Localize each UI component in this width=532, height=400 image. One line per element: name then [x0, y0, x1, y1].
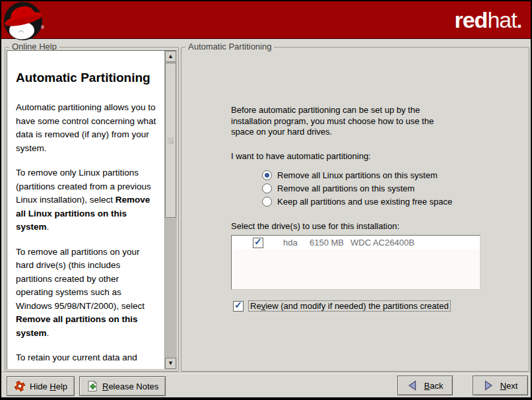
radio-label: Remove all partitions on this system	[277, 183, 415, 193]
review-checkbox-icon[interactable]	[233, 301, 244, 312]
scroll-up-arrow-icon[interactable]: ▲	[165, 51, 176, 62]
hide-help-label: Hide Help	[30, 382, 67, 391]
hide-help-button[interactable]: Hide Help	[7, 376, 75, 396]
intro-text: Before automatic partitioning can be set…	[231, 105, 455, 138]
scroll-down-arrow-icon[interactable]: ▼	[165, 358, 176, 369]
radio-remove-linux-partitions[interactable]: Remove all Linux partitions on this syst…	[262, 169, 438, 181]
wordmark-dot: .	[517, 10, 521, 32]
drive-size: 6150 MB	[310, 238, 350, 248]
review-partitions-checkbox-row[interactable]: Review (and modify if needed) the partit…	[233, 300, 451, 312]
scrollbar-grip-icon	[168, 137, 174, 144]
help-viewport: Automatic Partitioning Automatic partiti…	[7, 50, 177, 370]
release-notes-button[interactable]: Release Notes	[79, 376, 166, 396]
help-paragraph-3-text: To remove all partitions on your hard dr…	[16, 247, 145, 311]
radio-button-icon[interactable]	[262, 183, 272, 193]
help-paragraph-2: To remove only Linux partitions (partiti…	[16, 166, 158, 234]
scrollbar-thumb[interactable]	[165, 63, 176, 218]
arrow-left-icon	[407, 380, 418, 391]
help-scrollbar[interactable]: ▲ ▼	[164, 51, 176, 369]
automatic-partitioning-frame: Automatic Partitioning Before automatic …	[181, 47, 529, 372]
window-body: ® redhat. Online Help Automatic Partitio…	[1, 1, 531, 397]
next-post: ext	[506, 381, 517, 391]
next-mnemonic: N	[500, 381, 506, 391]
release-notes-icon	[86, 380, 98, 392]
review-label-pre: Re	[250, 301, 261, 311]
lifebuoy-help-icon	[14, 380, 26, 392]
drive-device: hda	[283, 238, 310, 248]
back-label: Back	[424, 381, 444, 391]
svg-text:®: ®	[41, 25, 45, 30]
drive-model: WDC AC26400B	[350, 238, 415, 248]
radio-keep-all-partitions[interactable]: Keep all partitions and use existing fre…	[262, 195, 452, 207]
release-notes-post: elease Notes	[108, 382, 158, 391]
hide-help-pre: Hide	[30, 382, 50, 391]
online-help-frame: Online Help Automatic Partitioning Autom…	[5, 47, 179, 372]
back-button[interactable]: Back	[397, 376, 453, 395]
redhat-banner	[1, 1, 531, 39]
installer-window: ® redhat. Online Help Automatic Partitio…	[0, 0, 532, 400]
help-paragraph-3-bold: Remove all partitions on this system	[16, 314, 138, 338]
radio-label: Remove all Linux partitions on this syst…	[277, 170, 438, 180]
drive-row-hda[interactable]: hda 6150 MB WDC AC26400B	[232, 236, 480, 250]
help-paragraph-1: Automatic partitioning allows you to hav…	[16, 101, 158, 155]
back-mnemonic: B	[424, 381, 430, 391]
redhat-shadowman-logo-icon: ®	[3, 1, 46, 43]
help-heading: Automatic Partitioning	[16, 71, 158, 85]
drive-list[interactable]: hda 6150 MB WDC AC26400B	[231, 235, 481, 290]
arrow-right-icon	[483, 380, 494, 391]
wordmark-hat: hat	[487, 7, 516, 32]
review-label-post: iew (and modify if needed) the partition…	[265, 301, 449, 311]
next-button[interactable]: Next	[473, 376, 528, 395]
radio-remove-all-partitions[interactable]: Remove all partitions on this system	[262, 182, 415, 194]
radio-button-icon[interactable]	[262, 170, 272, 180]
next-label: Next	[500, 381, 518, 391]
help-paragraph-3: To remove all partitions on your hard dr…	[16, 246, 158, 341]
wordmark-red: red	[454, 7, 487, 32]
release-notes-label: Release Notes	[102, 382, 158, 391]
back-post: ack	[430, 381, 443, 391]
review-checkbox-label: Review (and modify if needed) the partit…	[248, 300, 451, 312]
hide-help-post: elp	[56, 382, 67, 391]
drive-checkbox-icon[interactable]	[253, 238, 263, 248]
bottom-separator	[1, 372, 531, 374]
partitioning-question: I want to have automatic partitioning:	[231, 151, 371, 161]
drives-select-label: Select the drive(s) to use for this inst…	[231, 221, 399, 231]
automatic-partitioning-frame-label: Automatic Partitioning	[185, 42, 274, 51]
help-paragraph-3-period: .	[47, 328, 50, 338]
help-paragraph-2-period: .	[47, 222, 50, 232]
radio-label: Keep all partitions and use existing fre…	[277, 197, 452, 207]
help-paragraph-4-clipped: To retain your current data and	[16, 351, 158, 365]
redhat-wordmark: redhat.	[454, 7, 521, 34]
radio-button-icon[interactable]	[262, 197, 272, 207]
release-notes-mnemonic: R	[102, 382, 108, 391]
hide-help-mnemonic: H	[50, 382, 55, 391]
help-text: Automatic Partitioning Automatic partiti…	[7, 51, 165, 369]
